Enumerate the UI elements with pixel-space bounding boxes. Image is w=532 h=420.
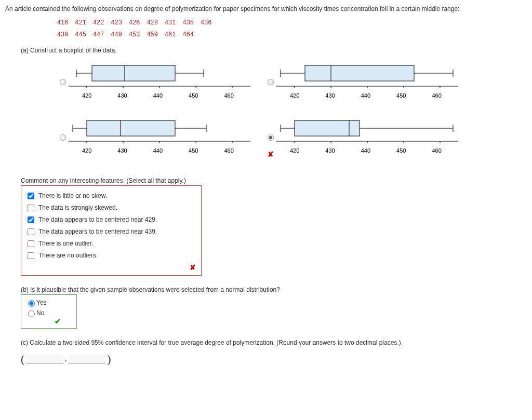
wrong-icon: ✘	[190, 262, 196, 273]
correct-icon: ✔	[55, 316, 61, 327]
boxplot-options-grid: 420 430 440 450 460 420 430	[57, 60, 483, 171]
data-values: 416421422423426428431435436 439445447449…	[57, 17, 527, 40]
wrong-icon: ✘	[268, 149, 274, 160]
boxplot-svg-2	[276, 60, 458, 91]
radio-boxplot-2[interactable]	[268, 79, 274, 85]
data-row-2: 439445447449453459461464	[57, 29, 527, 40]
data-row-1: 416421422423426428431435436	[57, 17, 527, 29]
confidence-interval-input: ( , )	[21, 350, 527, 368]
radio-boxplot-1[interactable]	[60, 79, 66, 85]
boxplot-option-4: ✘ 420 430 440 450 460	[265, 115, 473, 155]
boxplot-svg-1	[69, 60, 250, 91]
part-c-label: (c) Calculate a two-sided 95% confidence…	[21, 338, 527, 347]
svg-rect-2	[92, 65, 175, 81]
boxplot-option-2: 420 430 440 450 460	[265, 60, 473, 100]
radio-no[interactable]	[28, 310, 35, 317]
cb-one-outlier[interactable]	[28, 240, 34, 247]
part-a-label: (a) Construct a boxplot of the data.	[21, 46, 527, 55]
cb-strong-skew[interactable]	[28, 205, 34, 211]
yes-no-group: Yes No ✔	[21, 294, 77, 329]
svg-rect-14	[305, 65, 414, 81]
radio-boxplot-4[interactable]	[268, 134, 274, 141]
boxplot-option-1: 420 430 440 450 460	[57, 60, 265, 100]
boxplot-svg-4	[276, 115, 458, 146]
ci-upper-input[interactable]	[69, 355, 105, 363]
boxplot-svg-3	[69, 115, 250, 146]
comment-question: Comment on any interesting features. (Se…	[21, 176, 527, 185]
intro-text: An article contained the following obser…	[5, 4, 527, 13]
radio-boxplot-3[interactable]	[60, 134, 66, 141]
feature-checkbox-group: There is little or no skew. The data is …	[21, 185, 202, 276]
ci-lower-input[interactable]	[26, 355, 63, 363]
boxplot-option-3: 420 430 440 450 460	[57, 115, 265, 155]
radio-yes[interactable]	[28, 300, 35, 307]
part-b-label: (b) Is it plausible that the given sampl…	[21, 285, 527, 294]
cb-center-429[interactable]	[28, 216, 34, 223]
cb-no-skew[interactable]	[28, 193, 34, 199]
svg-rect-38	[295, 120, 360, 136]
cb-center-439[interactable]	[28, 228, 34, 235]
cb-no-outliers[interactable]	[28, 252, 34, 259]
svg-rect-26	[87, 120, 175, 136]
